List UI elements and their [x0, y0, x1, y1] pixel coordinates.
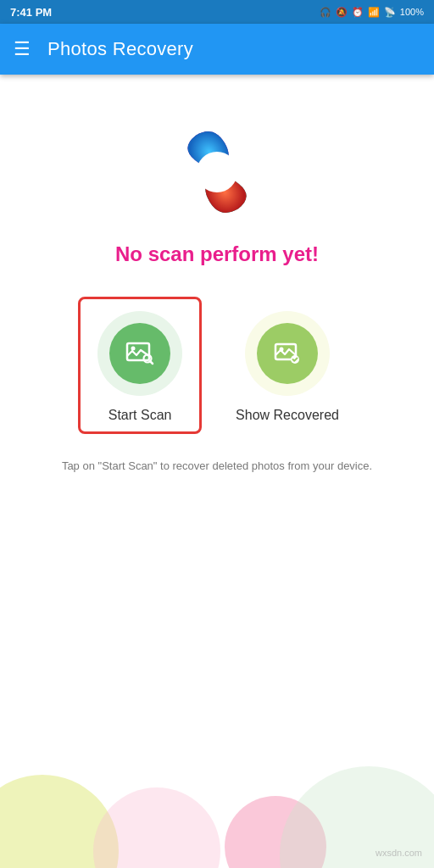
- start-scan-label: Start Scan: [108, 408, 172, 423]
- start-scan-button[interactable]: Start Scan: [78, 297, 202, 434]
- main-content: No scan perform yet! Start Scan: [0, 75, 434, 868]
- status-bar: 7:41 PM 🎧 🔕 ⏰ 📶 📡 100%: [0, 0, 434, 24]
- headphone-icon: 🎧: [320, 7, 331, 18]
- show-recovered-icon: [271, 337, 303, 370]
- svg-point-4: [131, 347, 136, 351]
- start-scan-circle-bg: [97, 311, 182, 396]
- svg-line-6: [150, 361, 153, 364]
- alarm-icon: ⏰: [352, 7, 364, 18]
- menu-icon[interactable]: ☰: [14, 40, 31, 58]
- show-recovered-label: Show Recovered: [236, 408, 339, 423]
- status-icons: 🎧 🔕 ⏰ 📶 📡 100%: [320, 7, 424, 18]
- battery-icon: 100%: [400, 7, 424, 17]
- status-time: 7:41 PM: [10, 6, 52, 19]
- hint-text: Tap on "Start Scan" to recover deleted p…: [48, 458, 386, 475]
- wifi-icon: 📡: [384, 7, 396, 18]
- decorative-circles: [0, 698, 434, 868]
- start-scan-icon-circle: [109, 323, 170, 384]
- show-recovered-button[interactable]: Show Recovered: [219, 299, 356, 431]
- show-recovered-icon-circle: [257, 323, 318, 384]
- watermark: wxsdn.com: [376, 848, 422, 858]
- app-logo: [170, 125, 264, 219]
- svg-point-0: [197, 152, 237, 192]
- actions-container: Start Scan Show Recovered: [20, 297, 414, 434]
- signal-icon: 📶: [368, 7, 380, 18]
- toolbar: ☰ Photos Recovery: [0, 24, 434, 75]
- deco-circle-1: [0, 775, 119, 868]
- mute-icon: 🔕: [336, 7, 348, 18]
- start-scan-icon: [124, 337, 156, 370]
- deco-circle-3: [225, 796, 326, 868]
- no-scan-text: No scan perform yet!: [115, 242, 319, 266]
- show-recovered-circle-bg: [245, 311, 330, 396]
- app-title: Photos Recovery: [47, 38, 193, 60]
- deco-circle-2: [93, 787, 220, 868]
